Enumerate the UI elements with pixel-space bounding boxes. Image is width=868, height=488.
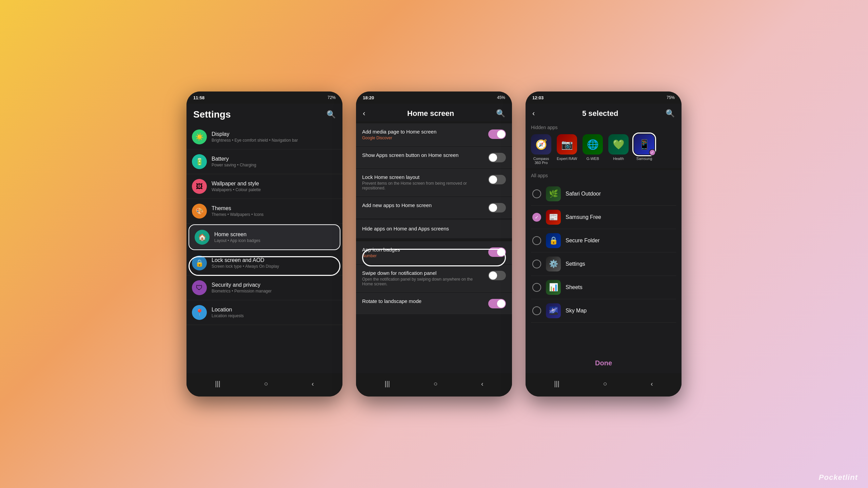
app-thumb-samsung[interactable]: 📱 ✓ Samsung [634, 134, 654, 161]
swipe-notification-toggle[interactable] [488, 271, 506, 280]
nav-home-2[interactable]: ○ [427, 378, 444, 390]
location-subtitle: Location requests [212, 313, 337, 318]
radio-samsung-free[interactable] [532, 213, 541, 222]
add-new-apps-toggle[interactable] [488, 203, 506, 212]
settings-item-display[interactable]: ☀️ Display Brightness • Eye comfort shie… [186, 125, 342, 149]
phone-hidden-apps: 12:03 75% ‹ 5 selected 🔍 Hidden apps [526, 92, 682, 396]
toggle-rotate-landscape[interactable]: Rotate to landscape mode [356, 293, 512, 314]
hide-apps-title: Hide apps on Home and Apps screens [362, 226, 506, 231]
list-item-settings[interactable]: ⚙️ Settings [531, 252, 676, 276]
app-thumb-compass[interactable]: 🧭 Compass360 Pro [531, 134, 551, 165]
settings-item-lockscreen[interactable]: 🔒 Lock screen and AOD Screen lock type •… [186, 251, 342, 276]
swipe-notification-title: Swipe down for notification panel [362, 270, 483, 276]
radio-sky-map[interactable] [532, 306, 541, 315]
pocketlint-watermark: Pocketlint [819, 473, 858, 482]
app-thumb-gweb[interactable]: 🌐 G-WEB [583, 134, 603, 161]
settings-item-wallpaper[interactable]: 🖼 Wallpaper and style Wallpapers • Colou… [186, 174, 342, 199]
settings-item-homescreen[interactable]: 🏠 Home screen Layout • App icon badges [189, 225, 340, 249]
settings-list: ☀️ Display Brightness • Eye comfort shie… [186, 123, 342, 373]
lock-layout-title: Lock Home screen layout [362, 174, 483, 180]
list-item-samsung-free[interactable]: 📰 Samsung Free [531, 206, 676, 229]
wallpaper-title: Wallpaper and style [212, 181, 337, 187]
home-settings-list: Add media page to Home screen Google Dis… [356, 121, 512, 373]
add-media-toggle[interactable] [488, 129, 506, 139]
sky-map-icon: 🌌 [546, 303, 561, 318]
time-2: 18:20 [363, 95, 374, 100]
homescreen-header: ‹ Home screen 🔍 [356, 104, 512, 121]
settings-item-location[interactable]: 📍 Location Location requests [186, 300, 342, 325]
settings-app-icon: ⚙️ [546, 257, 561, 271]
location-icon: 📍 [192, 305, 207, 320]
location-title: Location [212, 307, 337, 313]
show-apps-toggle[interactable] [488, 153, 506, 162]
battery-2: 45% [497, 95, 505, 100]
toggle-show-apps[interactable]: Show Apps screen button on Home screen [356, 147, 512, 168]
back-icon-2[interactable]: ‹ [363, 109, 365, 118]
samsung-label: Samsung [636, 157, 652, 161]
selected-count-title: 5 selected [582, 109, 618, 118]
time-3: 12:03 [532, 95, 544, 100]
bottom-nav-3: ||| ○ ‹ [526, 373, 682, 396]
back-icon-3[interactable]: ‹ [532, 109, 535, 118]
toggle-add-new-apps[interactable]: Add new apps to Home screen [356, 197, 512, 218]
nav-back-3[interactable]: ‹ [644, 378, 660, 390]
themes-icon: 🎨 [192, 204, 207, 219]
app-icon-badges-title: App icon badges [362, 247, 483, 252]
list-item-secure-folder[interactable]: 🔒 Secure Folder [531, 229, 676, 252]
lock-layout-subtitle: Prevent items on the Home screen from be… [362, 181, 483, 190]
gweb-icon: 🌐 [583, 134, 603, 155]
radio-secure-folder[interactable] [532, 236, 541, 245]
safari-icon: 🌿 [546, 186, 561, 201]
radio-sheets[interactable] [532, 283, 541, 292]
nav-back-1[interactable]: ‹ [305, 378, 321, 390]
expertraw-label: Expert RAW [557, 157, 577, 161]
nav-menu-2[interactable]: ||| [378, 378, 397, 390]
app-thumb-expertraw[interactable]: 📷 Expert RAW [557, 134, 577, 161]
battery-icon: 🔋 [192, 154, 207, 169]
list-item-sky-map[interactable]: 🌌 Sky Map [531, 299, 676, 323]
radio-safari[interactable] [532, 189, 541, 198]
nav-menu-1[interactable]: ||| [208, 378, 227, 390]
search-icon-3[interactable]: 🔍 [666, 109, 675, 118]
homescreen-icon: 🏠 [195, 230, 210, 245]
samsung-free-name: Samsung Free [566, 214, 601, 220]
display-title: Display [212, 131, 337, 137]
display-icon: ☀️ [192, 129, 207, 144]
battery-3: 75% [667, 95, 675, 100]
status-bar-2: 18:20 45% [356, 92, 512, 104]
toggle-lock-layout[interactable]: Lock Home screen layout Prevent items on… [356, 169, 512, 196]
phone-settings: 11:58 72% Settings 🔍 ☀️ Display Bri [186, 92, 342, 396]
list-item-safari[interactable]: 🌿 Safari Outdoor [531, 182, 676, 206]
hide-apps-item[interactable]: Hide apps on Home and Apps screens [356, 220, 512, 238]
nav-back-2[interactable]: ‹ [474, 378, 490, 390]
lockscreen-subtitle: Screen lock type • Always On Display [212, 264, 337, 269]
phone-homescreen-settings: 18:20 45% ‹ Home screen 🔍 Add media page [356, 92, 512, 396]
settings-item-security[interactable]: 🛡 Security and privacy Biometrics • Perm… [186, 276, 342, 300]
add-new-apps-title: Add new apps to Home screen [362, 202, 483, 208]
status-bar-1: 11:58 72% [186, 92, 342, 104]
rotate-landscape-toggle[interactable] [488, 299, 506, 308]
homescreen-settings-title: Home screen [407, 109, 454, 118]
search-icon-2[interactable]: 🔍 [496, 109, 505, 118]
add-media-title: Add media page to Home screen [362, 129, 483, 135]
nav-menu-3[interactable]: ||| [547, 378, 566, 390]
list-item-sheets[interactable]: 📊 Sheets [531, 276, 676, 299]
samsung-icon: 📱 ✓ [634, 134, 654, 155]
app-icon-badges-toggle[interactable] [488, 247, 506, 257]
settings-item-themes[interactable]: 🎨 Themes Themes • Wallpapers • Icons [186, 199, 342, 224]
compass-icon: 🧭 [531, 134, 551, 155]
toggle-app-icon-badges[interactable]: App icon badges Number [356, 241, 512, 264]
lock-layout-toggle[interactable] [488, 175, 506, 184]
toggle-swipe-notification[interactable]: Swipe down for notification panel Open t… [356, 265, 512, 292]
all-apps-section: All apps 🌿 Safari Outdoor 📰 Samsung Free [526, 170, 682, 324]
done-button[interactable]: Done [526, 353, 682, 373]
nav-home-3[interactable]: ○ [596, 378, 614, 390]
search-icon-1[interactable]: 🔍 [327, 110, 336, 119]
toggle-add-media[interactable]: Add media page to Home screen Google Dis… [356, 123, 512, 146]
radio-settings[interactable] [532, 260, 541, 268]
app-thumb-health[interactable]: 💚 Health [608, 134, 629, 161]
lockscreen-icon: 🔒 [192, 256, 207, 270]
nav-home-1[interactable]: ○ [257, 378, 275, 390]
settings-item-battery[interactable]: 🔋 Battery Power saving • Charging [186, 149, 342, 174]
secure-folder-icon: 🔒 [546, 233, 561, 248]
